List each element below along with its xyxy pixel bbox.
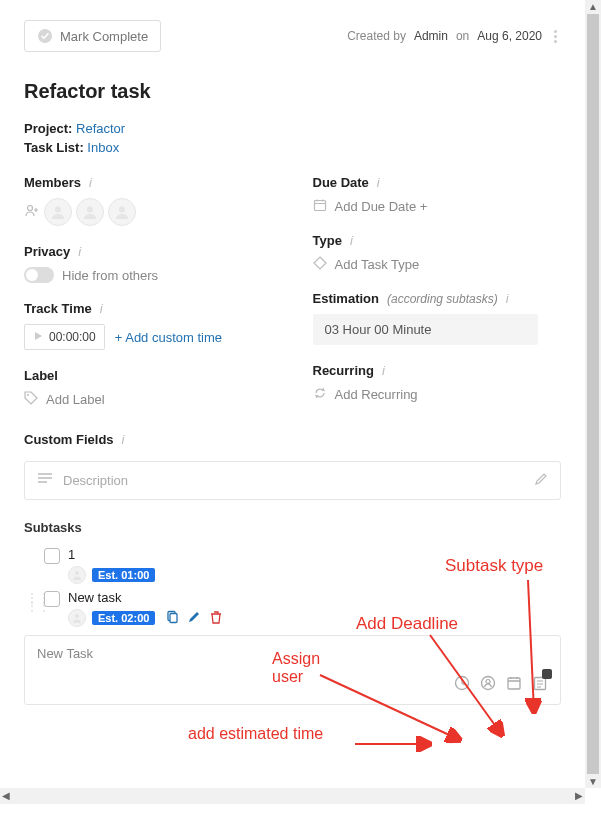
estimate-badge: Est. 02:00	[92, 611, 155, 625]
created-by-text: Created by Admin on Aug 6, 2020	[347, 26, 561, 47]
svg-rect-14	[508, 678, 520, 689]
subtask-checkbox[interactable]	[44, 548, 60, 564]
estimate-badge: Est. 01:00	[92, 568, 155, 582]
info-icon[interactable]: i	[506, 291, 509, 306]
type-icon	[313, 256, 327, 273]
annotation-add-estimated: add estimated time	[188, 725, 328, 743]
member-avatar[interactable]	[44, 198, 72, 226]
calendar-icon	[313, 198, 327, 215]
info-icon[interactable]: i	[122, 432, 125, 447]
info-icon[interactable]: i	[89, 175, 92, 190]
svg-point-4	[119, 207, 125, 213]
mark-complete-label: Mark Complete	[60, 29, 148, 44]
estimation-heading: Estimation	[313, 291, 379, 306]
svg-point-3	[87, 207, 93, 213]
subtask-title[interactable]: New task	[68, 590, 561, 605]
member-avatar[interactable]	[76, 198, 104, 226]
privacy-toggle-label: Hide from others	[62, 268, 158, 283]
assignee-avatar[interactable]	[68, 609, 86, 627]
horizontal-scrollbar[interactable]: ◀ ▶	[0, 788, 585, 804]
due-date-heading: Due Date	[313, 175, 369, 190]
info-icon[interactable]: i	[78, 244, 81, 259]
svg-point-2	[55, 207, 61, 213]
svg-point-8	[75, 614, 79, 618]
assignee-avatar[interactable]	[68, 566, 86, 584]
project-link[interactable]: Refactor	[76, 121, 125, 136]
svg-point-5	[27, 394, 29, 396]
recurring-icon	[313, 386, 327, 403]
check-circle-icon	[37, 28, 53, 44]
info-icon[interactable]: i	[377, 175, 380, 190]
time-tracker[interactable]: 00:00:00	[24, 324, 105, 350]
new-subtask-box: New Task	[24, 635, 561, 705]
svg-rect-10	[170, 613, 177, 622]
subtasks-heading: Subtasks	[24, 520, 561, 535]
vertical-scrollbar[interactable]: ▲ ▼	[585, 0, 601, 788]
track-time-heading: Track Time	[24, 301, 92, 316]
more-menu-button[interactable]	[550, 26, 561, 47]
recurring-heading: Recurring	[313, 363, 374, 378]
info-icon[interactable]: i	[382, 363, 385, 378]
estimation-value: 03 Hour 00 Minute	[313, 314, 538, 345]
play-icon	[33, 330, 43, 344]
add-task-type[interactable]: Add Task Type	[313, 256, 562, 273]
subtask-row: ⋮⋮ 1 Est. 01:00	[24, 547, 561, 584]
add-due-date[interactable]: Add Due Date +	[313, 198, 562, 215]
subtask-checkbox[interactable]	[44, 591, 60, 607]
subtask-title[interactable]: 1	[68, 547, 561, 562]
add-estimated-time-icon[interactable]	[454, 675, 470, 694]
member-avatar[interactable]	[108, 198, 136, 226]
info-icon[interactable]: i	[350, 233, 353, 248]
privacy-toggle[interactable]	[24, 267, 54, 283]
add-deadline-icon[interactable]	[506, 675, 522, 694]
assign-user-icon[interactable]	[480, 675, 496, 694]
mark-complete-button[interactable]: Mark Complete	[24, 20, 161, 52]
custom-fields-heading: Custom Fields	[24, 432, 114, 447]
privacy-heading: Privacy	[24, 244, 70, 259]
add-member-icon[interactable]	[24, 203, 40, 222]
svg-point-7	[75, 571, 79, 575]
task-title: Refactor task	[24, 80, 561, 103]
add-label[interactable]: Add Label	[24, 391, 273, 408]
svg-point-1	[28, 205, 33, 210]
tasklist-link[interactable]: Inbox	[87, 140, 119, 155]
subtask-row: ⋮⋮⋮⋮ New task Est. 02:00	[24, 590, 561, 627]
copy-subtask-icon[interactable]	[165, 610, 179, 627]
edit-description-icon[interactable]	[534, 472, 548, 489]
text-icon	[37, 472, 53, 489]
members-heading: Members	[24, 175, 81, 190]
description-input[interactable]: Description	[24, 461, 561, 500]
info-icon[interactable]: i	[100, 301, 103, 316]
subtask-type-icon[interactable]	[532, 675, 548, 694]
add-recurring[interactable]: Add Recurring	[313, 386, 562, 403]
task-meta: Project: Refactor Task List: Inbox	[24, 121, 561, 155]
type-heading: Type	[313, 233, 342, 248]
tag-icon	[24, 391, 38, 408]
label-heading: Label	[24, 368, 58, 383]
drag-handle-icon[interactable]: ⋮⋮⋮⋮	[26, 590, 36, 610]
new-subtask-input[interactable]: New Task	[25, 636, 560, 671]
add-custom-time-link[interactable]: + Add custom time	[115, 330, 222, 345]
svg-point-13	[486, 680, 490, 684]
edit-subtask-icon[interactable]	[187, 610, 201, 627]
delete-subtask-icon[interactable]	[209, 610, 223, 627]
svg-rect-6	[314, 201, 325, 211]
